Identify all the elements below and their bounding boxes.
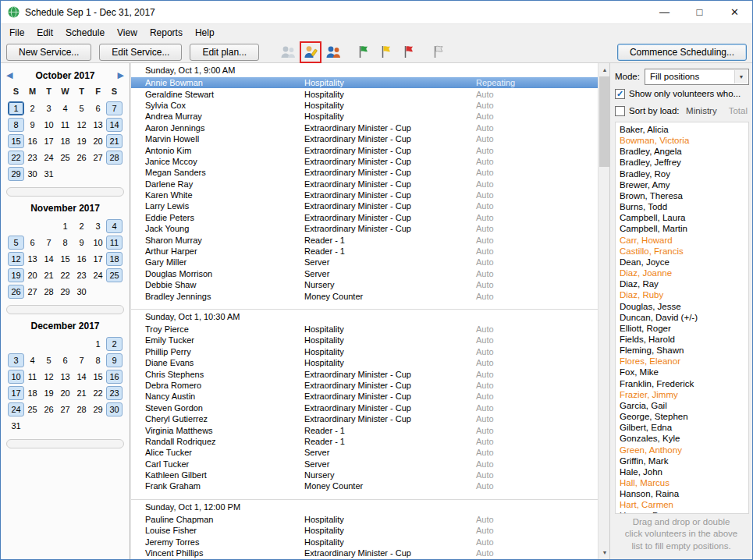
volunteer-item[interactable]: Diaz, Ruby [620,289,748,300]
checkbox-unchecked-icon[interactable] [615,106,625,116]
calendar-day[interactable]: 28 [106,151,123,165]
calendar-day[interactable]: 2 [73,219,90,233]
calendar-day[interactable]: 9 [73,236,90,250]
calendar-day[interactable]: 8 [57,236,73,250]
menu-help[interactable]: Help [189,25,221,41]
calendar-day[interactable]: 8 [8,118,24,132]
calendar-next-icon[interactable]: ▶ [118,70,124,80]
calendar-day[interactable]: 14 [41,252,57,266]
schedule-row[interactable]: Louise FisherHospitalityAuto [131,525,598,536]
schedule-row[interactable]: Eddie PetersExtraordinary Minister - Cup… [131,212,598,223]
calendar-day[interactable]: 24 [90,268,106,282]
menu-edit[interactable]: Edit [30,25,59,41]
schedule-row[interactable]: Virginia MatthewsReader - 1Auto [131,424,598,435]
volunteer-item[interactable]: Baker, Alicia [620,124,748,135]
calendar-day[interactable]: 18 [24,386,41,400]
calendar-day[interactable]: 3 [90,219,106,233]
calendar-day[interactable]: 18 [57,134,73,148]
volunteer-item[interactable]: Castillo, Francis [620,246,748,257]
checkbox-checked-icon[interactable]: ✓ [615,89,625,99]
schedule-row[interactable]: Cheryl GutierrezExtraordinary Minister -… [131,413,598,424]
schedule-row[interactable]: Geraldine StewartHospitalityAuto [131,88,598,99]
calendar-day[interactable]: 22 [90,386,106,400]
calendar-day[interactable]: 24 [8,402,24,416]
menu-view[interactable]: View [111,25,144,41]
volunteer-item[interactable]: Elliott, Roger [620,323,748,334]
calendar-day[interactable]: 18 [106,252,123,266]
calendar-day[interactable]: 17 [8,386,24,400]
schedule-row[interactable]: Phillip PerryHospitalityAuto [131,346,598,357]
calendar-day[interactable]: 16 [24,134,41,148]
calendar-day[interactable]: 19 [8,268,24,282]
schedule-row[interactable]: Vincent PhillipsExtraordinary Minister -… [131,548,598,558]
volunteer-item[interactable]: Franklin, Frederick [620,378,748,389]
schedule-row[interactable]: Gary MillerServerAuto [131,257,598,268]
calendar-day[interactable]: 30 [106,402,123,416]
calendar-day[interactable]: 21 [106,134,123,148]
calendar-prev-icon[interactable]: ◀ [6,70,12,80]
edit-service-button[interactable]: Edit Service... [99,44,182,61]
new-service-button[interactable]: New Service... [6,44,91,61]
volunteer-item[interactable]: Bradley, Roy [620,168,748,179]
close-button[interactable]: ✕ [717,1,752,23]
calendar-day[interactable]: 6 [24,236,41,250]
schedule-row[interactable]: Randall RodriquezReader - 1Auto [131,436,598,447]
calendar-day[interactable]: 26 [41,402,57,416]
schedule-row[interactable]: Antonio KimExtraordinary Minister - CupA… [131,144,598,155]
volunteer-item[interactable]: Frazier, Jimmy [620,389,748,400]
calendar-day[interactable]: 12 [73,118,90,132]
calendar-day[interactable]: 13 [57,370,73,384]
calendar-day[interactable]: 7 [106,101,123,115]
volunteer-item[interactable]: Fields, Harold [620,334,748,345]
calendar-day[interactable]: 10 [41,118,57,132]
maximize-button[interactable]: □ [682,1,717,23]
calendar-day[interactable]: 25 [57,151,73,165]
calendar-day[interactable]: 20 [24,268,41,282]
volunteer-item[interactable]: Dean, Joyce [620,257,748,268]
schedule-row[interactable]: Megan SandersExtraordinary Minister - Cu… [131,167,598,178]
calendar-day[interactable]: 13 [90,118,106,132]
calendar-day[interactable]: 1 [90,337,106,351]
calendar-day[interactable]: 20 [90,134,106,148]
calendar-day[interactable]: 22 [8,151,24,165]
calendar-day[interactable]: 15 [8,134,24,148]
calendar-day[interactable]: 23 [106,386,123,400]
calendar-day[interactable]: 31 [41,167,57,181]
calendar-day[interactable]: 11 [57,118,73,132]
dropdown-arrow-icon[interactable]: ▼ [734,70,748,83]
calendar-day[interactable]: 22 [57,268,73,282]
sort-by-load-checkbox[interactable]: Sort by load: Ministry Total [615,102,749,119]
volunteer-item[interactable]: Flores, Eleanor [620,356,748,367]
calendar-day[interactable]: 27 [90,151,106,165]
volunteer-item[interactable]: Douglas, Jesse [620,301,748,312]
menu-schedule[interactable]: Schedule [59,25,111,41]
clear-flag-icon[interactable] [428,42,448,62]
calendar-day[interactable]: 29 [57,285,73,299]
calendar-day[interactable]: 7 [73,353,90,367]
calendar-day[interactable]: 27 [57,402,73,416]
schedule-row[interactable]: Janice MccoyExtraordinary Minister - Cup… [131,156,598,167]
schedule-row[interactable]: Bradley JenningsMoney CounterAuto [131,290,598,301]
calendar-day[interactable]: 19 [73,134,90,148]
schedule-row[interactable]: Arthur HarperReader - 1Auto [131,246,598,257]
calendar-day[interactable]: 30 [24,167,41,181]
red-flag-icon[interactable] [398,42,418,62]
calendar-day[interactable]: 9 [106,353,123,367]
schedule-row[interactable]: Emily TuckerHospitalityAuto [131,335,598,346]
calendar-day[interactable]: 23 [73,268,90,282]
schedule-row[interactable]: Carl TuckerServerAuto [131,459,598,470]
volunteer-item[interactable]: Diaz, Joanne [620,268,748,278]
calendar-day[interactable]: 19 [41,386,57,400]
calendar-day[interactable]: 29 [8,167,24,181]
calendar-day[interactable]: 24 [41,151,57,165]
calendar-day[interactable]: 10 [8,370,24,384]
calendar-day[interactable]: 26 [73,151,90,165]
calendar-day[interactable]: 27 [24,285,41,299]
assign-volunteer-icon[interactable] [300,42,321,62]
calendar-day[interactable]: 17 [90,252,106,266]
volunteer-item[interactable]: Bowman, Victoria [620,135,748,146]
schedule-row[interactable]: Karen WhiteExtraordinary Minister - CupA… [131,190,598,200]
calendar-day[interactable]: 12 [41,370,57,384]
calendar-day[interactable]: 11 [24,370,41,384]
calendar-day[interactable]: 21 [73,386,90,400]
